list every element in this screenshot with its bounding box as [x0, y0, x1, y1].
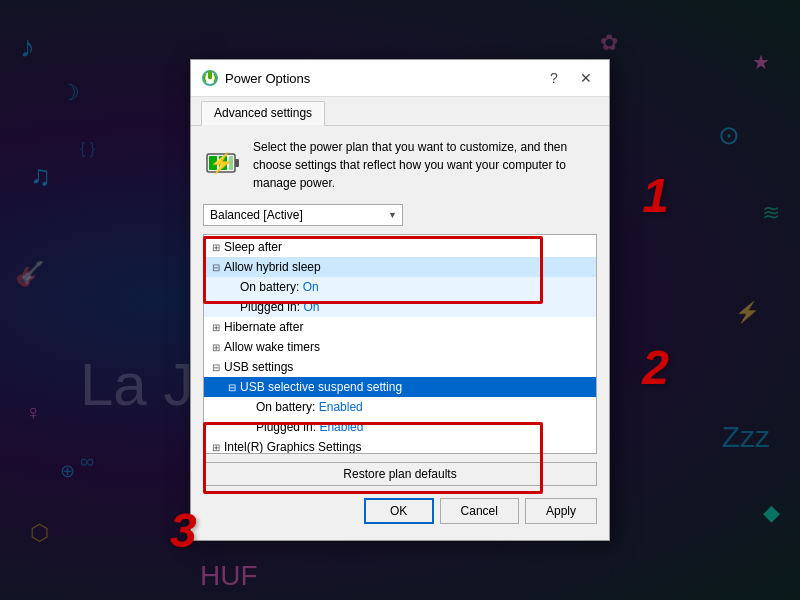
- label-intel-graphics: Intel(R) Graphics Settings: [224, 440, 361, 453]
- toggle-intel-graphics[interactable]: ⊞: [208, 442, 224, 453]
- tree-item-usb-selective[interactable]: ⊟ USB selective suspend setting: [204, 377, 596, 397]
- tree-item-intel-graphics[interactable]: ⊞ Intel(R) Graphics Settings: [204, 437, 596, 453]
- plan-dropdown-wrapper[interactable]: Balanced [Active]: [203, 204, 403, 226]
- tree-item-wake-timers[interactable]: ⊞ Allow wake timers: [204, 337, 596, 357]
- power-options-dialog: Power Options ? ✕ Advanced settings: [190, 59, 610, 541]
- power-options-icon: [201, 69, 219, 87]
- tree-item-usb-settings[interactable]: ⊟ USB settings: [204, 357, 596, 377]
- tree-item-on-battery-usb[interactable]: On battery: Enabled: [204, 397, 596, 417]
- label-plugged-in-hybrid: Plugged in: On: [240, 300, 319, 314]
- dialog-body: ⚡ Select the power plan that you want to…: [191, 126, 609, 540]
- tree-item-on-battery-hybrid[interactable]: On battery: On: [204, 277, 596, 297]
- tree-item-hybrid-sleep[interactable]: ⊟ Allow hybrid sleep: [204, 257, 596, 277]
- annotation-2: 2: [642, 340, 669, 395]
- value-on-battery-usb: Enabled: [319, 400, 363, 414]
- label-sleep-after: Sleep after: [224, 240, 282, 254]
- tree-item-hibernate-after[interactable]: ⊞ Hibernate after: [204, 317, 596, 337]
- apply-button[interactable]: Apply: [525, 498, 597, 524]
- tab-bar: Advanced settings: [191, 97, 609, 126]
- ok-button[interactable]: OK: [364, 498, 434, 524]
- label-wake-timers: Allow wake timers: [224, 340, 320, 354]
- tree-item-sleep-after[interactable]: ⊞ Sleep after: [204, 237, 596, 257]
- battery-icon: ⚡: [203, 142, 243, 182]
- svg-rect-1: [208, 71, 212, 79]
- close-button[interactable]: ✕: [573, 68, 599, 88]
- dialog-titlebar: Power Options ? ✕: [191, 60, 609, 97]
- toggle-sleep-after[interactable]: ⊞: [208, 242, 224, 253]
- toggle-hibernate-after[interactable]: ⊞: [208, 322, 224, 333]
- label-on-battery-hybrid: On battery: On: [240, 280, 319, 294]
- cancel-button[interactable]: Cancel: [440, 498, 519, 524]
- label-plugged-in-usb: Plugged in: Enabled: [256, 420, 363, 434]
- label-hibernate-after: Hibernate after: [224, 320, 303, 334]
- button-row: OK Cancel Apply: [203, 498, 597, 528]
- toggle-wake-timers[interactable]: ⊞: [208, 342, 224, 353]
- toggle-usb-selective[interactable]: ⊟: [224, 382, 240, 393]
- plan-dropdown[interactable]: Balanced [Active]: [203, 204, 403, 226]
- svg-rect-3: [235, 159, 239, 167]
- tree-item-plugged-in-usb[interactable]: Plugged in: Enabled: [204, 417, 596, 437]
- annotation-1: 1: [642, 168, 669, 223]
- value-plugged-in-hybrid: On: [303, 300, 319, 314]
- tree-item-plugged-in-hybrid[interactable]: Plugged in: On: [204, 297, 596, 317]
- restore-plan-defaults-button[interactable]: Restore plan defaults: [203, 462, 597, 486]
- label-usb-selective: USB selective suspend setting: [240, 380, 402, 394]
- dialog-title: Power Options: [225, 71, 535, 86]
- label-usb-settings: USB settings: [224, 360, 293, 374]
- dropdown-row: Balanced [Active]: [203, 204, 597, 226]
- settings-scroll[interactable]: ⊞ Sleep after ⊟ Allow hybrid sleep O: [204, 235, 596, 453]
- dialog-overlay: Power Options ? ✕ Advanced settings: [0, 0, 800, 600]
- value-plugged-in-usb: Enabled: [319, 420, 363, 434]
- info-text: Select the power plan that you want to c…: [253, 138, 597, 192]
- label-hybrid-sleep: Allow hybrid sleep: [224, 260, 321, 274]
- info-row: ⚡ Select the power plan that you want to…: [203, 138, 597, 192]
- advanced-settings-tab[interactable]: Advanced settings: [201, 101, 325, 126]
- settings-panel: ⊞ Sleep after ⊟ Allow hybrid sleep O: [203, 234, 597, 454]
- svg-text:⚡: ⚡: [209, 151, 234, 175]
- value-on-battery-hybrid: On: [303, 280, 319, 294]
- help-button[interactable]: ?: [541, 68, 567, 88]
- toggle-usb-settings[interactable]: ⊟: [208, 362, 224, 373]
- label-on-battery-usb: On battery: Enabled: [256, 400, 363, 414]
- toggle-hybrid-sleep[interactable]: ⊟: [208, 262, 224, 273]
